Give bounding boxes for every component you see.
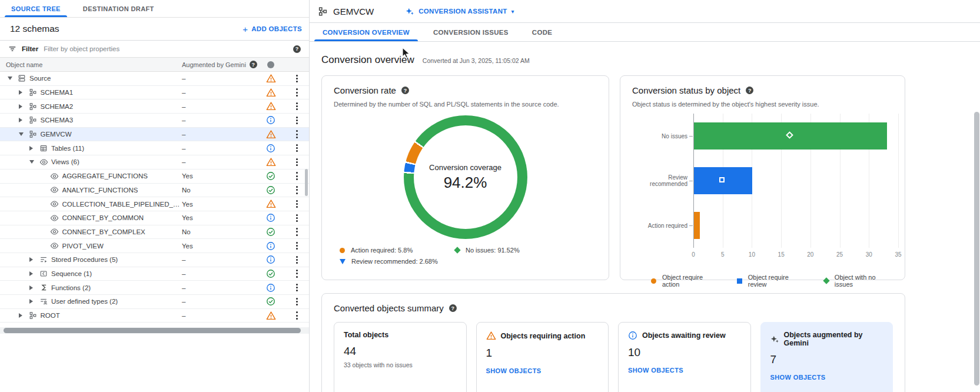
- tree-row-connect-by-common[interactable]: CONNECT_BY_COMMONYes: [0, 211, 309, 225]
- row-menu-kebab-icon[interactable]: [284, 284, 309, 291]
- status-warning-icon[interactable]: [257, 157, 284, 167]
- tree-row-user-defined-types-2[interactable]: User defined types (2)–: [0, 295, 309, 309]
- status-warning-icon[interactable]: [257, 74, 284, 84]
- row-menu-kebab-icon[interactable]: [284, 311, 309, 319]
- status-info-icon[interactable]: [257, 144, 284, 153]
- expand-arrow-icon[interactable]: [29, 146, 39, 151]
- conversion-status-help-icon[interactable]: ?: [746, 87, 753, 94]
- status-success-icon[interactable]: [257, 227, 284, 237]
- page-scrollbar-thumb[interactable]: [974, 112, 979, 386]
- tree-row-root[interactable]: ROOT–: [0, 309, 309, 323]
- tree-row-source[interactable]: Source–: [0, 72, 309, 86]
- conversion-panel: GEMVCW CONVERSION ASSISTANT ▾ CONVERSION…: [310, 0, 980, 392]
- show-objects-link[interactable]: SHOW OBJECTS: [628, 367, 741, 374]
- expand-arrow-icon[interactable]: [29, 271, 39, 276]
- object-name-label: AGGREGATE_FUNCTIONS: [62, 172, 148, 180]
- tab-conversion-issues[interactable]: CONVERSION ISSUES: [421, 23, 520, 41]
- horizontal-scrollbar-thumb[interactable]: [4, 328, 301, 333]
- tree-row-tables-11[interactable]: Tables (11)–: [0, 141, 309, 155]
- row-menu-kebab-icon[interactable]: [284, 117, 309, 124]
- row-menu-kebab-icon[interactable]: [284, 200, 309, 208]
- conversion-rate-help-icon[interactable]: ?: [401, 87, 409, 94]
- status-warning-icon[interactable]: [257, 199, 284, 209]
- tree-row-gemvcw[interactable]: GEMVCW–: [0, 128, 309, 142]
- page-scrollbar[interactable]: [974, 0, 980, 392]
- gemini-augmented-value: –: [182, 158, 257, 165]
- collapse-arrow-icon[interactable]: [19, 132, 28, 136]
- collapse-arrow-icon[interactable]: [29, 160, 39, 164]
- gemini-column-help-icon[interactable]: ?: [250, 61, 257, 68]
- expand-arrow-icon[interactable]: [29, 257, 39, 262]
- row-menu-kebab-icon[interactable]: [284, 228, 309, 235]
- tree-row-analytic-functions[interactable]: ANALYTIC_FUNCTIONSNo: [0, 184, 309, 198]
- expand-arrow-icon[interactable]: [19, 104, 28, 109]
- tab-source-tree[interactable]: SOURCE TREE: [0, 0, 72, 17]
- tree-row-schema3[interactable]: SCHEMA3–: [0, 114, 309, 128]
- status-success-icon[interactable]: [257, 171, 284, 181]
- tree-vertical-scrollbar-thumb[interactable]: [305, 169, 308, 196]
- tree-row-connect-by-complex[interactable]: CONNECT_BY_COMPLEXNo: [0, 225, 309, 240]
- status-success-icon[interactable]: [257, 297, 284, 306]
- expand-arrow-icon[interactable]: [29, 285, 39, 290]
- status-info-icon[interactable]: [257, 115, 284, 125]
- status-info-icon[interactable]: [257, 283, 284, 293]
- eye-icon: [50, 213, 59, 222]
- tree-row-pivot-view[interactable]: PIVOT_VIEWYes: [0, 239, 309, 253]
- status-info-icon[interactable]: [257, 241, 284, 251]
- tree-row-schema1[interactable]: SCHEMA1–: [0, 86, 309, 100]
- tree-row-views-6[interactable]: Views (6)–: [0, 155, 309, 170]
- row-menu-kebab-icon[interactable]: [284, 144, 309, 152]
- status-warning-icon[interactable]: [257, 311, 284, 321]
- filter-bar[interactable]: Filter ?: [0, 41, 309, 58]
- row-menu-kebab-icon[interactable]: [284, 130, 309, 138]
- conversion-status-bar-chart[interactable]: 05101520253035No issuesReview recommende…: [632, 114, 893, 270]
- status-warning-icon[interactable]: [257, 101, 284, 111]
- tab-code[interactable]: CODE: [520, 23, 564, 41]
- row-menu-kebab-icon[interactable]: [284, 75, 309, 82]
- add-objects-button[interactable]: + ADD OBJECTS: [242, 25, 302, 34]
- row-menu-kebab-icon[interactable]: [284, 102, 309, 110]
- filter-help-icon[interactable]: ?: [293, 45, 301, 53]
- row-menu-kebab-icon[interactable]: [284, 256, 309, 264]
- tree-row-schema2[interactable]: SCHEMA2–: [0, 99, 309, 114]
- row-menu-kebab-icon[interactable]: [284, 270, 309, 277]
- expand-arrow-icon[interactable]: [29, 299, 39, 304]
- status-success-icon[interactable]: [257, 185, 284, 195]
- conversion-rate-donut-chart[interactable]: Conversion coverage 94.2%: [404, 115, 527, 239]
- status-success-icon[interactable]: [257, 269, 284, 278]
- legend-label: Object with no issues: [835, 274, 893, 288]
- status-warning-icon[interactable]: [257, 88, 284, 98]
- tree-row-sequence-1[interactable]: Sequence (1)–: [0, 267, 309, 281]
- show-objects-link[interactable]: SHOW OBJECTS: [486, 367, 599, 374]
- diamond-marker-icon: [823, 277, 829, 284]
- tree-row-collection-table-pipelined-view[interactable]: COLLECTION_TABLE_PIPELINED_VIEWYes: [0, 197, 309, 211]
- tree-row-functions-2[interactable]: Functions (2)–: [0, 281, 309, 295]
- conversion-overview-content: Conversion overview Converted at Jun 3, …: [310, 42, 980, 392]
- expand-arrow-icon[interactable]: [19, 313, 28, 318]
- legend-item-object-with-no-issues: Object with no issues: [824, 274, 893, 288]
- status-info-icon[interactable]: [257, 213, 284, 222]
- source-tree-panel: SOURCE TREE DESTINATION DRAFT 12 schemas…: [0, 0, 310, 392]
- row-menu-kebab-icon[interactable]: [284, 242, 309, 250]
- filter-input[interactable]: [44, 45, 288, 52]
- horizontal-scrollbar[interactable]: [0, 327, 309, 334]
- expand-arrow-icon[interactable]: [19, 118, 28, 122]
- status-info-icon[interactable]: [257, 255, 284, 264]
- row-menu-kebab-icon[interactable]: [284, 158, 309, 166]
- conversion-assistant-button[interactable]: CONVERSION ASSISTANT ▾: [406, 7, 514, 16]
- row-menu-kebab-icon[interactable]: [284, 298, 309, 305]
- expand-arrow-icon[interactable]: [19, 90, 28, 95]
- show-objects-link[interactable]: SHOW OBJECTS: [770, 374, 883, 381]
- row-menu-kebab-icon[interactable]: [284, 88, 309, 96]
- status-warning-icon[interactable]: [257, 129, 284, 139]
- summary-help-icon[interactable]: ?: [449, 304, 457, 312]
- bar-action-required[interactable]: [694, 212, 700, 239]
- tree-row-stored-procedures-5[interactable]: Stored Procedures (5)–: [0, 253, 309, 267]
- gemini-icon: [770, 335, 779, 344]
- tree-row-aggregate-functions[interactable]: AGGREGATE_FUNCTIONSYes: [0, 170, 309, 184]
- tab-destination-draft[interactable]: DESTINATION DRAFT: [72, 0, 165, 17]
- row-menu-kebab-icon[interactable]: [284, 214, 309, 222]
- collapse-arrow-icon[interactable]: [8, 77, 17, 80]
- tab-conversion-overview[interactable]: CONVERSION OVERVIEW: [311, 23, 421, 41]
- column-object-name: Object name: [0, 61, 182, 68]
